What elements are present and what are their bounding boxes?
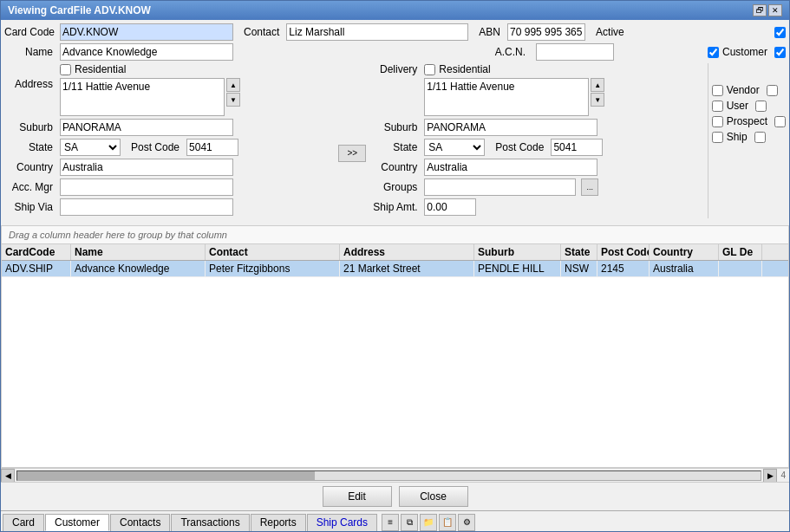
edit-button[interactable]: Edit — [323, 486, 392, 507]
col-country[interactable]: Country — [650, 244, 719, 260]
delivery-copy-button[interactable]: >> — [338, 145, 366, 162]
delivery-scrollbtns: ▲ ▼ — [591, 78, 604, 116]
icon-gear-button[interactable]: ⚙ — [458, 514, 475, 531]
icon-copy-button[interactable]: ⧉ — [401, 514, 418, 531]
form-area: Card Code Contact ABN Active Name A.C.N.… — [1, 20, 789, 222]
scroll-left-button[interactable]: ◀ — [1, 469, 15, 483]
tab-customer[interactable]: Customer — [45, 514, 109, 531]
col-cardcode[interactable]: CardCode — [2, 244, 71, 260]
ship-via-input[interactable] — [60, 198, 233, 216]
col-name[interactable]: Name — [71, 244, 206, 260]
right-column: Delivery Residential 1/11 Hattie Avenue … — [373, 63, 700, 218]
state-right-row: State SA NSW VIC QLD WA Post Code — [373, 139, 700, 156]
acc-mgr-input[interactable] — [60, 178, 233, 196]
state-left-label: State — [4, 141, 56, 153]
minimize-button[interactable]: 🗗 — [753, 4, 767, 16]
user-checkbox[interactable] — [712, 101, 723, 112]
close-button[interactable]: Close — [399, 486, 468, 507]
groups-browse-button[interactable]: ... — [581, 178, 598, 196]
vendor-check-row: Vendor — [712, 84, 786, 96]
customer-checkbox-2[interactable] — [774, 47, 786, 58]
tab-transactions[interactable]: Transactions — [171, 514, 249, 531]
hscroll-thumb[interactable] — [17, 471, 315, 480]
active-checkbox[interactable] — [774, 27, 786, 38]
cell-suburb: PENDLE HILL — [474, 261, 561, 276]
cell-contact: Peter Fitzgibbons — [206, 261, 340, 276]
ship-amt-row: Ship Amt. — [373, 198, 700, 216]
addr-scroll-down[interactable]: ▼ — [226, 93, 240, 107]
abn-input[interactable] — [507, 23, 585, 41]
col-address[interactable]: Address — [340, 244, 474, 260]
prospect-checkbox-2[interactable] — [774, 116, 786, 127]
acn-label: A.C.N. — [495, 46, 526, 58]
state-left-select[interactable]: SA NSW VIC QLD WA TAS NT ACT — [60, 139, 121, 156]
country-right-input[interactable] — [424, 159, 597, 176]
cell-cardcode: ADV.SHIP — [2, 261, 71, 276]
tab-contacts-label: Contacts — [120, 516, 160, 529]
card-code-input[interactable] — [60, 23, 233, 41]
groups-input[interactable] — [424, 178, 576, 196]
ship-via-label: Ship Via — [4, 201, 56, 213]
col-suburb[interactable]: Suburb — [474, 244, 561, 260]
country-left-input[interactable] — [60, 159, 233, 176]
ship-checkbox[interactable] — [712, 132, 723, 143]
delivery-scroll-up[interactable]: ▲ — [591, 78, 604, 92]
ship-amt-label: Ship Amt. — [373, 201, 421, 213]
table-row[interactable]: ADV.SHIP Advance Knowledge Peter Fitzgib… — [2, 261, 788, 277]
addr-scroll-up[interactable]: ▲ — [226, 78, 240, 92]
col-postcode[interactable]: Post Code — [597, 244, 650, 260]
col-glde[interactable]: GL De — [719, 244, 762, 260]
country-left-label: Country — [4, 161, 56, 173]
icon-list-button[interactable]: ≡ — [382, 514, 399, 531]
name-input[interactable] — [60, 43, 233, 61]
acn-input[interactable] — [536, 43, 614, 61]
scroll-right-button[interactable]: ▶ — [763, 469, 777, 483]
residential-left-checkbox[interactable] — [60, 64, 71, 75]
tab-ship-cards[interactable]: Ship Cards — [307, 514, 377, 531]
country-right-row: Country — [373, 159, 700, 176]
ship-check-row: Ship — [712, 131, 786, 143]
card-code-label: Card Code — [4, 26, 56, 38]
ship-checkbox-2[interactable] — [754, 132, 766, 143]
cell-postcode: 2145 — [597, 261, 650, 276]
contact-input[interactable] — [286, 23, 468, 41]
tab-card[interactable]: Card — [3, 514, 44, 531]
tab-contacts[interactable]: Contacts — [110, 514, 170, 531]
close-window-button[interactable]: ✕ — [768, 4, 782, 16]
suburb-left-input[interactable] — [60, 119, 233, 136]
state-right-select[interactable]: SA NSW VIC QLD WA — [424, 139, 485, 156]
residential-right-checkbox[interactable] — [424, 64, 435, 75]
spacer-top — [712, 63, 786, 81]
suburb-right-input[interactable] — [424, 119, 597, 136]
icon-note-button[interactable]: 📋 — [439, 514, 456, 531]
ship-amt-input[interactable] — [424, 198, 476, 216]
hscrollbar: ◀ ▶ 4 — [1, 468, 789, 482]
tab-reports[interactable]: Reports — [251, 514, 306, 531]
address-label: Address — [4, 78, 56, 90]
residential-left-row: Residential — [4, 63, 331, 75]
hscroll-track[interactable] — [16, 470, 761, 481]
customer-label: Customer — [722, 46, 767, 58]
delivery-textarea[interactable]: 1/11 Hattie Avenue — [424, 78, 589, 116]
user-checkbox-2[interactable] — [755, 101, 767, 112]
delivery-scroll-down[interactable]: ▼ — [591, 93, 604, 107]
address-textarea[interactable]: 1/11 Hattie Avenue — [60, 78, 225, 116]
vendor-checkbox[interactable] — [712, 85, 723, 96]
postcode-left-input[interactable] — [186, 139, 238, 156]
customer-checkbox[interactable] — [708, 47, 719, 58]
col-state[interactable]: State — [561, 244, 597, 260]
side-checkboxes: Vendor User Prospect Ship — [708, 63, 786, 218]
suburb-left-label: Suburb — [4, 121, 56, 133]
vendor-checkbox-2[interactable] — [767, 85, 778, 96]
left-column: Residential Address 1/11 Hattie Avenue ▲… — [4, 63, 331, 218]
tab-icon-area: ≡ ⧉ 📁 📋 ⚙ — [382, 514, 475, 531]
prospect-label: Prospect — [727, 115, 767, 127]
prospect-checkbox[interactable] — [712, 116, 723, 127]
tab-bar: Card Customer Contacts Transactions Repo… — [1, 510, 789, 531]
col-contact[interactable]: Contact — [206, 244, 340, 260]
postcode-right-input[interactable] — [551, 139, 603, 156]
prospect-check-row: Prospect — [712, 115, 786, 127]
suburb-right-row: Suburb — [373, 119, 700, 136]
address-row: Address 1/11 Hattie Avenue ▲ ▼ — [4, 78, 331, 116]
icon-folder-button[interactable]: 📁 — [420, 514, 437, 531]
